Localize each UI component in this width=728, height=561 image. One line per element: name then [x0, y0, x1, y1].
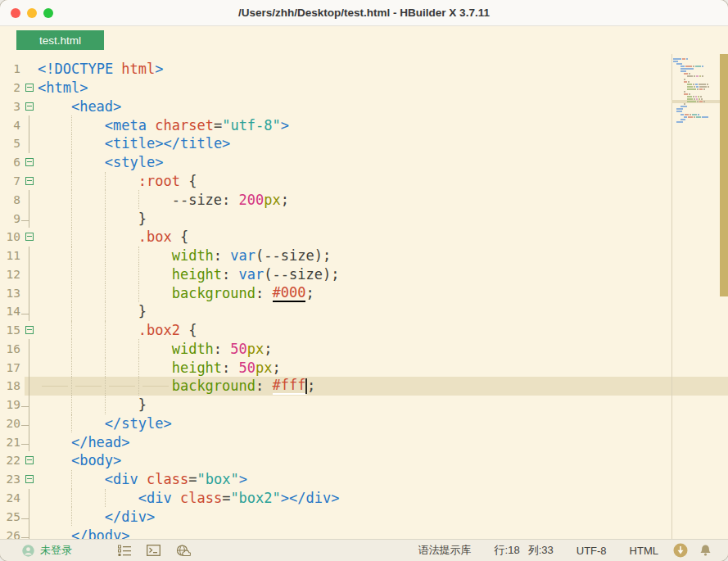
line-number[interactable]: 5	[0, 137, 23, 150]
token-punct: :	[214, 341, 230, 357]
code-line-5[interactable]: 5<title></title>	[0, 134, 728, 153]
code-line-17[interactable]: 17height: 50px;	[0, 358, 728, 377]
minimap-token	[687, 75, 692, 77]
minimap-token	[696, 116, 701, 118]
code-line-26[interactable]: 26</body>	[0, 526, 728, 539]
terminal-icon[interactable]	[147, 545, 161, 556]
close-button[interactable]	[11, 8, 20, 18]
token-num: 200	[239, 192, 265, 208]
line-number[interactable]: 3	[0, 100, 23, 113]
code-line-9[interactable]: 9}	[0, 209, 728, 228]
cursor-line-indicator[interactable]: 行:18	[495, 543, 520, 558]
code-text: }	[38, 209, 147, 228]
code-line-7[interactable]: 7:root {	[0, 172, 728, 191]
line-number[interactable]: 9	[0, 212, 23, 225]
download-update-icon[interactable]	[673, 543, 688, 558]
token-tag: >	[281, 117, 289, 133]
line-number[interactable]: 2	[0, 81, 23, 94]
code-line-3[interactable]: 3<head>	[0, 97, 728, 116]
line-number[interactable]: 22	[0, 454, 23, 467]
code-line-8[interactable]: 8--size: 200px;	[0, 190, 728, 209]
line-number[interactable]: 6	[0, 156, 23, 169]
line-number[interactable]: 17	[0, 361, 23, 374]
fold-marker[interactable]	[23, 79, 38, 97]
line-number[interactable]: 14	[0, 305, 23, 318]
indent-guide	[71, 247, 72, 265]
line-number[interactable]: 26	[0, 529, 23, 539]
line-number[interactable]: 18	[0, 379, 23, 392]
syntax-library-label[interactable]: 语法提示库	[418, 543, 472, 558]
tab-whitespace-mark	[75, 386, 102, 387]
line-number[interactable]: 12	[0, 268, 23, 281]
code-line-25[interactable]: 25</div>	[0, 507, 728, 526]
collapse-icon[interactable]	[25, 102, 34, 111]
line-number[interactable]: 21	[0, 436, 23, 449]
code-text: }	[38, 396, 147, 414]
code-line-22[interactable]: 22<body>	[0, 451, 728, 470]
collapse-icon[interactable]	[25, 475, 34, 483]
vertical-scrollbar-thumb[interactable]	[720, 54, 728, 296]
token-punct: (--size)	[264, 266, 331, 283]
code-line-2[interactable]: 2<html>	[0, 79, 728, 97]
code-line-6[interactable]: 6<style>	[0, 153, 728, 172]
line-number[interactable]: 8	[0, 193, 23, 206]
fold-marker[interactable]	[23, 451, 38, 470]
code-line-16[interactable]: 16width: 50px;	[0, 339, 728, 358]
cloud-sync-icon[interactable]	[176, 545, 191, 557]
task-list-icon[interactable]	[118, 545, 131, 556]
code-line-13[interactable]: 13background: #000;	[0, 283, 728, 302]
line-number[interactable]: 24	[0, 491, 23, 504]
fold-marker[interactable]	[23, 153, 38, 172]
line-number[interactable]: 20	[0, 417, 23, 430]
code-line-11[interactable]: 11width: var(--size);	[0, 247, 728, 265]
collapse-icon[interactable]	[25, 233, 34, 241]
line-number[interactable]: 16	[0, 342, 23, 355]
collapse-icon[interactable]	[25, 456, 34, 464]
tab-test-html[interactable]: test.html	[16, 30, 104, 50]
code-line-15[interactable]: 15.box2 {	[0, 321, 728, 340]
code-line-4[interactable]: 4<meta charset="utf-8">	[0, 115, 728, 134]
line-number[interactable]: 15	[0, 323, 23, 337]
fold-guide	[23, 190, 38, 209]
cursor-col-indicator[interactable]: 列:33	[528, 543, 554, 558]
language-mode-indicator[interactable]: HTML	[630, 545, 658, 557]
fold-marker[interactable]	[23, 228, 38, 247]
code-line-24[interactable]: 24<div class="box2"></div>	[0, 489, 728, 508]
code-line-20[interactable]: 20</style>	[0, 414, 728, 433]
line-number[interactable]: 13	[0, 287, 23, 300]
line-number[interactable]: 23	[0, 473, 23, 486]
minimap-line	[684, 79, 686, 80]
code-line-10[interactable]: 10.box {	[0, 228, 728, 247]
collapse-icon[interactable]	[25, 84, 34, 92]
code-line-14[interactable]: 14}	[0, 302, 728, 321]
minimap[interactable]	[673, 58, 720, 539]
code-line-21[interactable]: 21</head>	[0, 432, 728, 451]
minimize-button[interactable]	[27, 8, 37, 18]
fold-marker[interactable]	[23, 97, 38, 116]
code-line-1[interactable]: 1<!DOCTYPE html>	[0, 60, 728, 79]
login-status[interactable]: 未登录	[0, 543, 72, 558]
line-number[interactable]: 1	[0, 62, 23, 75]
fold-marker[interactable]	[23, 321, 38, 340]
line-number[interactable]: 4	[0, 119, 23, 132]
code-line-12[interactable]: 12height: var(--size);	[0, 265, 728, 283]
login-label[interactable]: 未登录	[40, 543, 72, 558]
collapse-icon[interactable]	[25, 326, 34, 334]
code-editor[interactable]: 1<!DOCTYPE html>2<html>3<head>4<meta cha…	[0, 54, 728, 539]
minimap-token	[682, 58, 685, 60]
bell-icon[interactable]	[699, 544, 712, 557]
line-number[interactable]: 25	[0, 510, 23, 523]
code-line-23[interactable]: 23<div class="box">	[0, 470, 728, 489]
encoding-indicator[interactable]: UTF-8	[577, 545, 607, 557]
line-number[interactable]: 10	[0, 230, 23, 243]
line-number[interactable]: 11	[0, 249, 23, 262]
fold-marker[interactable]	[23, 470, 38, 489]
collapse-icon[interactable]	[25, 177, 34, 185]
fullscreen-button[interactable]	[43, 8, 53, 18]
line-number[interactable]: 19	[0, 398, 23, 411]
collapse-icon[interactable]	[25, 158, 34, 166]
line-number[interactable]: 7	[0, 174, 23, 188]
code-line-19[interactable]: 19}	[0, 396, 728, 414]
code-line-18[interactable]: 18background: #fff;	[0, 377, 728, 396]
fold-marker[interactable]	[23, 172, 38, 191]
